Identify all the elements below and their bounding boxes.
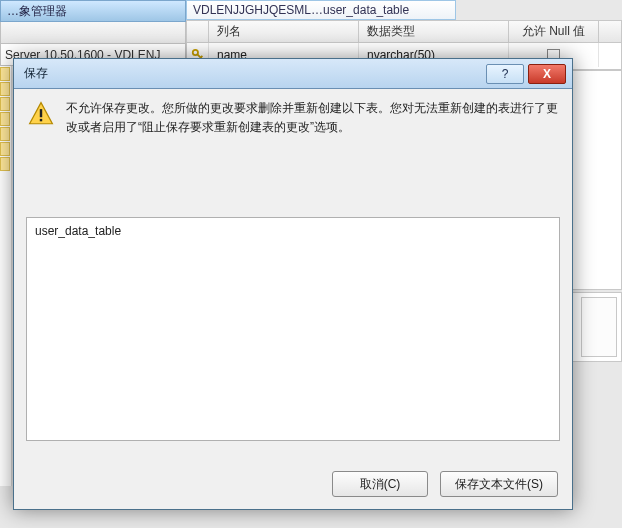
save-text-file-button[interactable]: 保存文本文件(S) bbox=[440, 471, 558, 497]
svg-rect-1 bbox=[40, 109, 42, 117]
document-tab-label: VDLENJJGHJQESML…user_data_table bbox=[193, 3, 409, 17]
dialog-message: 不允许保存更改。您所做的更改要求删除并重新创建以下表。您对无法重新创建的表进行了… bbox=[66, 99, 558, 137]
folder-icon bbox=[0, 97, 10, 111]
folder-icon bbox=[0, 157, 10, 171]
column-header-datatype[interactable]: 数据类型 bbox=[359, 21, 509, 42]
list-item[interactable]: user_data_table bbox=[35, 224, 551, 238]
affected-tables-list[interactable]: user_data_table bbox=[26, 217, 560, 441]
message-row: 不允许保存更改。您所做的更改要求删除并重新创建以下表。您对无法重新创建的表进行了… bbox=[28, 99, 558, 137]
dialog-body: 不允许保存更改。您所做的更改要求删除并重新创建以下表。您对无法重新创建的表进行了… bbox=[14, 89, 572, 509]
table-header-row: 列名 数据类型 允许 Null 值 bbox=[187, 21, 621, 43]
folder-icon bbox=[0, 67, 10, 81]
save-text-file-button-label: 保存文本文件(S) bbox=[455, 476, 543, 493]
object-explorer-toolbar bbox=[0, 22, 186, 44]
cancel-button-label: 取消(C) bbox=[360, 476, 401, 493]
folder-icon bbox=[0, 142, 10, 156]
left-tree-strip bbox=[0, 66, 12, 486]
help-icon: ? bbox=[502, 67, 509, 81]
warning-icon bbox=[28, 101, 54, 127]
folder-icon bbox=[0, 112, 10, 126]
object-explorer-titlebar: …象管理器 bbox=[0, 0, 186, 22]
folder-icon bbox=[0, 127, 10, 141]
column-header-name[interactable]: 列名 bbox=[209, 21, 359, 42]
dialog-title: 保存 bbox=[24, 65, 482, 82]
cancel-button[interactable]: 取消(C) bbox=[332, 471, 428, 497]
help-button[interactable]: ? bbox=[486, 64, 524, 84]
row-selector-header bbox=[187, 21, 209, 42]
object-explorer-title: …象管理器 bbox=[7, 3, 67, 20]
dialog-button-row: 取消(C) 保存文本文件(S) bbox=[332, 471, 558, 497]
document-tab[interactable]: VDLENJJGHJQESML…user_data_table bbox=[186, 0, 456, 20]
close-button[interactable]: X bbox=[528, 64, 566, 84]
save-dialog: 保存 ? X 不允许保存更改。您所做的更改要求删除并重新创建以下表。您对无法重新… bbox=[13, 58, 573, 510]
folder-icon bbox=[0, 82, 10, 96]
close-icon: X bbox=[543, 67, 551, 81]
column-header-allow-null[interactable]: 允许 Null 值 bbox=[509, 21, 599, 42]
svg-rect-2 bbox=[40, 119, 42, 121]
dialog-titlebar[interactable]: 保存 ? X bbox=[14, 59, 572, 89]
right-panel-inner bbox=[581, 297, 617, 357]
